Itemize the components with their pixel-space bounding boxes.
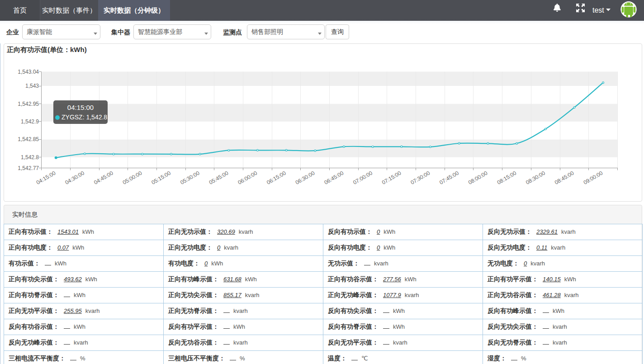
svg-text:06:30:00: 06:30:00 <box>294 170 316 186</box>
svg-text:04:30:00: 04:30:00 <box>64 170 85 186</box>
svg-text:08:00:00: 08:00:00 <box>467 170 489 186</box>
svg-text:1,543: 1,543 <box>25 83 39 89</box>
svg-text:05:15:00: 05:15:00 <box>150 170 172 186</box>
svg-text:05:30:00: 05:30:00 <box>179 170 201 186</box>
svg-text:06:45:00: 06:45:00 <box>323 170 345 186</box>
svg-text:08:45:00: 08:45:00 <box>554 170 575 186</box>
svg-text:06:00:00: 06:00:00 <box>237 170 259 186</box>
svg-text:08:15:00: 08:15:00 <box>496 170 518 186</box>
svg-text:1,542.77: 1,542.77 <box>18 165 39 171</box>
svg-text:07:45:00: 07:45:00 <box>438 170 460 186</box>
svg-text:1,542.85: 1,542.85 <box>18 136 39 142</box>
svg-text:06:15:00: 06:15:00 <box>265 170 287 186</box>
svg-text:09:00:00: 09:00:00 <box>582 170 604 186</box>
svg-text:07:30:00: 07:30:00 <box>410 170 431 186</box>
svg-text:1,542.8: 1,542.8 <box>21 154 39 161</box>
svg-text:1,542.95: 1,542.95 <box>18 101 39 107</box>
svg-text:1,543.04: 1,543.04 <box>18 69 39 75</box>
svg-text:05:45:00: 05:45:00 <box>208 170 230 186</box>
svg-text:04:45:00: 04:45:00 <box>93 170 114 186</box>
svg-text:07:00:00: 07:00:00 <box>352 170 374 186</box>
svg-text:07:15:00: 07:15:00 <box>381 170 402 186</box>
svg-text:05:00:00: 05:00:00 <box>122 170 143 186</box>
svg-text:1,542.9: 1,542.9 <box>21 118 39 125</box>
svg-text:04:15:00: 04:15:00 <box>35 170 57 186</box>
svg-text:08:30:00: 08:30:00 <box>525 170 546 186</box>
